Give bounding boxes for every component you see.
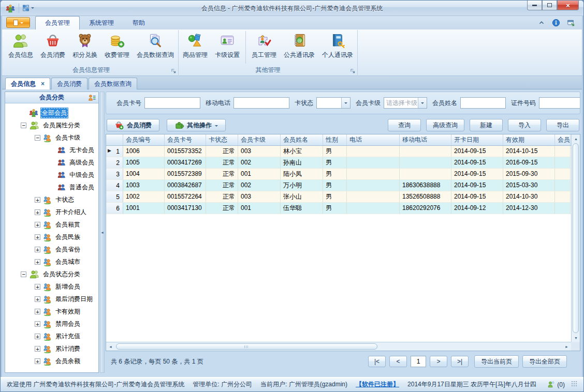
- expand-toggle-icon[interactable]: +: [35, 321, 40, 327]
- ribbon-button-card-level-settings[interactable]: 卡级设置: [211, 30, 243, 66]
- member-name-input[interactable]: [460, 97, 506, 109]
- resize-grip-icon[interactable]: [571, 381, 577, 387]
- column-header[interactable]: 会员卡号: [165, 134, 206, 145]
- tree-item[interactable]: +开卡介绍人: [5, 206, 98, 218]
- ribbon-button-member-consume[interactable]: 会员消费: [37, 30, 69, 66]
- collapse-toggle-icon[interactable]: −: [35, 135, 40, 141]
- column-header[interactable]: 会员编号: [123, 134, 165, 145]
- tree-item[interactable]: −会员卡级: [5, 131, 98, 144]
- ribbon-button-public-contacts[interactable]: @公共通讯录: [280, 30, 318, 66]
- dialog-launcher-icon[interactable]: [171, 68, 177, 73]
- next-page-button[interactable]: >: [430, 356, 447, 367]
- tab-close-icon[interactable]: ×: [41, 79, 45, 89]
- tree-item[interactable]: +卡有效期: [5, 305, 98, 318]
- export-button[interactable]: 导出: [546, 119, 579, 131]
- maximize-button[interactable]: [542, 1, 557, 10]
- tree-item[interactable]: +会员城市: [5, 255, 98, 268]
- close-button[interactable]: ×: [557, 1, 579, 10]
- tree-item[interactable]: 全部会员: [5, 107, 98, 119]
- scroll-right-icon[interactable]: ►: [562, 342, 571, 351]
- tree-item[interactable]: −会员状态分类: [5, 268, 98, 280]
- table-row[interactable]: 510020015572264正常003张小山男135265088882014-…: [106, 191, 571, 203]
- horizontal-scroll-thumb[interactable]: [116, 343, 377, 350]
- tree-item[interactable]: +会员省份: [5, 243, 98, 255]
- expand-toggle-icon[interactable]: +: [35, 209, 40, 215]
- card-status-select[interactable]: [316, 97, 351, 109]
- expand-toggle-icon[interactable]: +: [35, 346, 40, 352]
- query-button[interactable]: 查询: [388, 119, 421, 131]
- tree-item[interactable]: −会员属性分类: [5, 119, 98, 131]
- sidebar-splitter[interactable]: ◄: [100, 92, 105, 373]
- about-info-icon[interactable]: [552, 19, 560, 27]
- ribbon-button-points-exchange[interactable]: 积分兑换: [69, 30, 101, 66]
- ribbon-button-member-info[interactable]: 会员信息: [5, 30, 37, 66]
- card-level-select[interactable]: 请选择卡级: [384, 97, 427, 109]
- column-header[interactable]: 会员卡级: [238, 134, 281, 145]
- scroll-up-icon[interactable]: ▲: [572, 134, 580, 143]
- column-header[interactable]: 电话: [347, 134, 400, 145]
- skin-style-icon[interactable]: [567, 19, 576, 27]
- tree-item[interactable]: +累计充值: [5, 330, 98, 342]
- expand-toggle-icon[interactable]: +: [35, 296, 40, 302]
- export-all-pages-button[interactable]: 导出全部页: [522, 355, 567, 368]
- vertical-scrollbar[interactable]: ▲ ▼: [571, 134, 580, 342]
- expand-toggle-icon[interactable]: +: [35, 309, 40, 314]
- column-header[interactable]: 会员: [555, 134, 571, 145]
- collapse-toggle-icon[interactable]: −: [21, 272, 26, 277]
- tree-item[interactable]: 无卡会员: [5, 144, 98, 156]
- import-button[interactable]: 导入: [508, 119, 541, 131]
- ribbon-button-goods-management[interactable]: 商品管理: [179, 30, 211, 66]
- id-number-input[interactable]: [539, 97, 580, 109]
- ribbon-button-personal-contacts[interactable]: 个人通讯录: [318, 30, 357, 66]
- ribbon-button-staff-management[interactable]: 员工管理: [248, 30, 280, 66]
- ribbon-tab-item[interactable]: 系统管理: [80, 16, 123, 29]
- tree-item[interactable]: +会员籍贯: [5, 218, 98, 231]
- tree-item[interactable]: +最后消费日期: [5, 293, 98, 305]
- ribbon-button-member-data-query[interactable]: 会员数据查询: [133, 30, 178, 66]
- column-header[interactable]: 移动电话: [400, 134, 451, 145]
- chevron-down-icon[interactable]: [418, 98, 427, 108]
- export-current-page-button[interactable]: 导出当前页: [474, 355, 519, 368]
- ribbon-tab-item[interactable]: 帮助: [123, 16, 154, 29]
- scroll-left-icon[interactable]: ◄: [106, 342, 115, 351]
- minimize-button[interactable]: [527, 1, 542, 10]
- tree-item[interactable]: +禁用会员: [5, 318, 98, 330]
- chevron-down-icon[interactable]: [341, 98, 350, 108]
- table-row[interactable]: 210050003417269正常002孙南山男2014-09-152016-0…: [106, 157, 571, 169]
- other-actions-button[interactable]: 其他操作: [167, 119, 226, 131]
- expand-toggle-icon[interactable]: +: [35, 334, 40, 339]
- doc-tab[interactable]: 会员消费: [51, 78, 87, 89]
- scroll-down-icon[interactable]: ▼: [572, 334, 580, 342]
- tree-item[interactable]: +卡状态: [5, 193, 98, 206]
- horizontal-scrollbar[interactable]: ◄ ►: [106, 342, 571, 351]
- expand-toggle-icon[interactable]: +: [35, 259, 40, 265]
- application-menu-button[interactable]: [6, 17, 30, 28]
- table-row[interactable]: 610010003417130正常001伍华聪男186202920762014-…: [106, 203, 571, 214]
- doc-tab[interactable]: 会员信息×: [5, 78, 50, 89]
- expand-toggle-icon[interactable]: +: [35, 358, 40, 364]
- expand-toggle-icon[interactable]: +: [35, 222, 40, 228]
- license-registered-link[interactable]: 【软件已注册】: [356, 380, 399, 389]
- table-row[interactable]: 410030003842687正常002万小明男186306388882014-…: [106, 180, 571, 191]
- ribbon-collapse-icon[interactable]: [538, 19, 545, 26]
- mobile-phone-input[interactable]: [233, 97, 289, 109]
- tree-item[interactable]: +会员余额: [5, 355, 98, 367]
- column-header[interactable]: 性别: [323, 134, 347, 145]
- column-header[interactable]: 开卡日期: [451, 134, 503, 145]
- tree-item[interactable]: 高级会员: [5, 156, 98, 169]
- expand-toggle-icon[interactable]: +: [35, 234, 40, 240]
- expand-toggle-icon[interactable]: +: [35, 284, 40, 290]
- column-header[interactable]: 有效期: [503, 134, 555, 145]
- first-page-button[interactable]: |<: [368, 356, 386, 367]
- tree-item[interactable]: +新增会员: [5, 280, 98, 293]
- column-header[interactable]: 会员姓名: [281, 134, 323, 145]
- page-input[interactable]: [411, 356, 426, 367]
- expand-toggle-icon[interactable]: +: [35, 247, 40, 252]
- tree-item[interactable]: +累计消费: [5, 342, 98, 355]
- advanced-query-button[interactable]: 高级查询: [426, 119, 464, 131]
- quick-access-toolbar[interactable]: [22, 4, 34, 11]
- tree-item[interactable]: 中级会员: [5, 169, 98, 181]
- vertical-scroll-thumb[interactable]: [573, 143, 579, 333]
- table-row[interactable]: 310040015572389正常001陆小凤男2014-09-152015-0…: [106, 169, 571, 180]
- member-consume-button[interactable]: 会员消费: [107, 119, 159, 131]
